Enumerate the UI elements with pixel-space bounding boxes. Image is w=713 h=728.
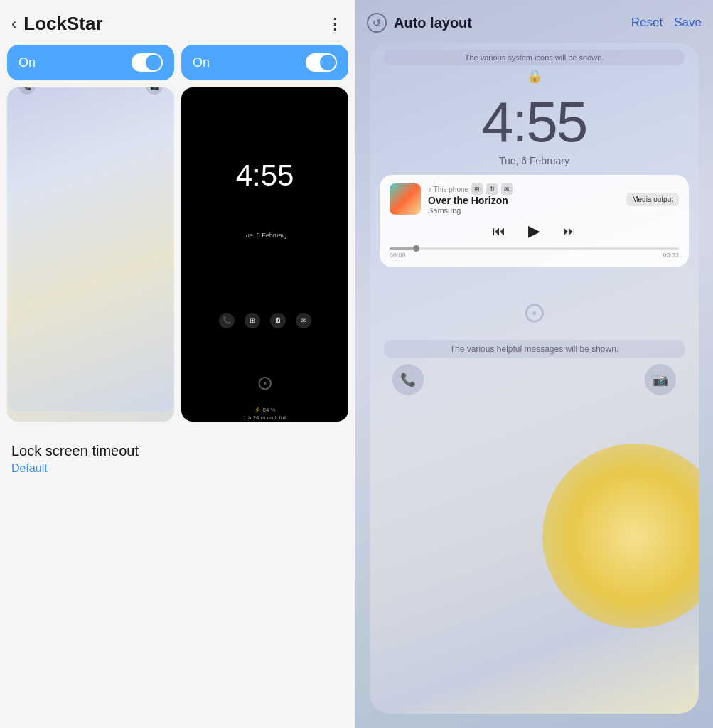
timeout-value[interactable]: Default [11,462,344,475]
mcm-prev-button[interactable]: ⏮ [493,224,505,239]
toggle-card-1[interactable]: On [7,45,174,80]
mcm-progress-bar [390,247,679,250]
timeout-section: Lock screen timeout Default [0,432,355,486]
right-header: ↺ Auto layout Reset Save [355,0,713,43]
back-button[interactable]: ‹ [11,15,16,33]
preview-row: The various system icons will be shown. … [0,87,355,422]
mcm-app: ♪ This phone ⊞ 🗓 ✉ [428,183,513,195]
dark-icon-mail[interactable]: ✉ [296,313,311,328]
light-bottom-icons: 📞 📷 [7,87,174,412]
main-preview-content: The various system icons will be shown. … [370,43,699,407]
mcm-left: ♪ This phone ⊞ 🗓 ✉ Over the Horizon Sams… [390,183,513,215]
toggle-switch-2[interactable] [306,53,337,72]
mcm-play-button[interactable]: ▶ [528,222,540,240]
mcm-icon-2: 🗓 [486,183,498,195]
mcm-next-button[interactable]: ⏭ [563,224,576,239]
main-bottom-message: The various helpful messages will be sho… [384,340,685,358]
mcm-app-text: ♪ This phone [428,186,468,193]
phone-icon-light[interactable]: 📞 [18,87,36,95]
camera-icon-light[interactable]: 📷 [146,87,163,95]
save-button[interactable]: Save [674,16,702,30]
dark-icon-cal[interactable]: 🗓 [270,313,286,328]
light-preview[interactable]: The various system icons will be shown. … [7,87,174,422]
main-time: 4:55 [370,90,699,155]
mcm-progress-dot [413,245,419,252]
dark-date: Tue, 6 February [242,232,288,302]
mcm-info: ♪ This phone ⊞ 🗓 ✉ Over the Horizon Sams… [428,183,513,215]
timeout-title: Lock screen timeout [11,443,344,459]
right-header-actions: Reset Save [631,16,702,30]
dark-preview[interactable]: 4:55 Tue, 6 February 📞 ⊞ 🗓 ✉ ⊙ ⚡ 84 % 1 … [181,87,348,422]
yellow-orb-main [542,444,699,628]
main-top-message: The various system icons will be shown. [384,50,685,65]
toggle-switch-1[interactable] [132,53,163,72]
toggle-row: On On [0,45,355,80]
fingerprint-icon-dark: ⊙ [257,371,273,395]
mcm-icon-row: ⊞ 🗓 ✉ [471,183,513,195]
more-options-button[interactable]: ⋮ [327,15,344,33]
music-card-main: ♪ This phone ⊞ 🗓 ✉ Over the Horizon Sams… [380,175,689,267]
app-title: LockStar [23,13,102,35]
dark-time: 4:55 [236,159,294,229]
mcm-time-start: 00:00 [390,252,406,259]
mcm-song: Over the Horizon [428,195,513,206]
main-phone-icon[interactable]: 📞 [392,364,424,395]
mcm-icon-3: ✉ [501,183,513,195]
toggle-2-label: On [193,55,210,70]
reset-button[interactable]: Reset [631,16,663,30]
left-panel: ‹ LockStar ⋮ On On The various system ic… [0,0,355,728]
main-lock-icon: 🔒 [370,68,699,84]
battery-info: ⚡ 84 % 1 h 24 m until full [243,406,286,422]
mcm-thumbnail [390,183,421,215]
mcm-header: ♪ This phone ⊞ 🗓 ✉ Over the Horizon Sams… [390,183,679,215]
mcm-media-output[interactable]: Media output [626,193,679,206]
battery-percent: ⚡ 84 % [243,406,286,414]
main-camera-icon[interactable]: 📷 [645,364,676,395]
toggle-1-label: On [18,55,36,70]
auto-layout-icon: ↺ [367,13,387,33]
mcm-icon-1: ⊞ [471,183,483,195]
mcm-time-end: 03:33 [663,252,679,259]
right-panel: ↺ Auto layout Reset Save The various sys… [355,0,713,728]
header-left: ‹ LockStar [11,13,103,35]
right-header-left: ↺ Auto layout [367,13,472,33]
dark-icon-msg[interactable]: ⊞ [245,313,260,328]
main-date: Tue, 6 February [370,155,699,166]
dark-icon-phone[interactable]: 📞 [219,313,235,328]
dark-icons-row: 📞 ⊞ 🗓 ✉ [219,313,311,328]
mcm-times: 00:00 03:33 [390,252,679,259]
left-header: ‹ LockStar ⋮ [0,0,355,45]
mcm-artist: Samsung [428,206,513,215]
main-fingerprint-icon: ⊙ [370,296,699,328]
mcm-progress-fill [390,247,413,250]
auto-layout-title: Auto layout [394,15,472,31]
main-bottom-icons: 📞 📷 [370,364,699,395]
main-preview: The various system icons will be shown. … [370,43,699,714]
toggle-card-2[interactable]: On [181,45,348,80]
mcm-controls: ⏮ ▶ ⏭ [390,222,679,240]
battery-sub: 1 h 24 m until full [243,414,286,422]
